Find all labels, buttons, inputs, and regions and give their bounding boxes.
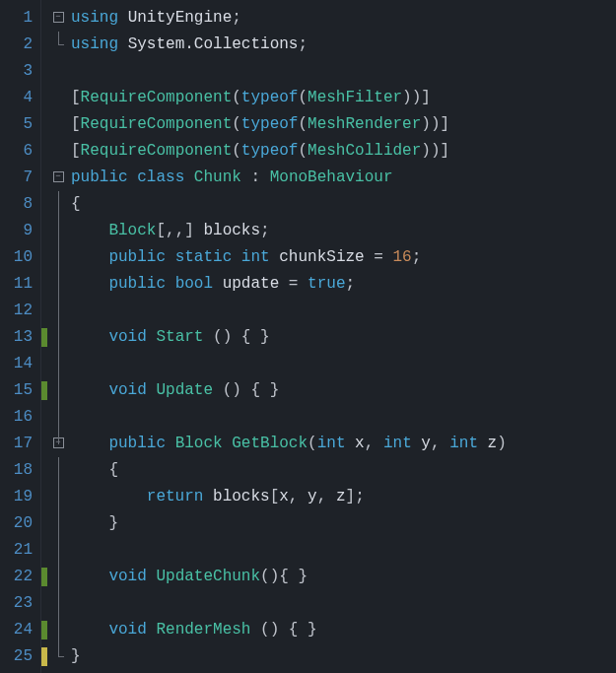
fold-collapse-icon[interactable]: − xyxy=(53,12,64,23)
code-line[interactable] xyxy=(71,404,616,431)
line-number: 8 xyxy=(4,191,33,218)
line-number: 11 xyxy=(4,271,33,298)
code-line[interactable]: void RenderMesh () { } xyxy=(71,617,616,643)
line-number: 19 xyxy=(4,484,33,510)
change-marker-icon xyxy=(41,621,47,639)
code-line[interactable]: public static int chunkSize = 16; xyxy=(71,244,616,271)
line-number: 24 xyxy=(4,617,33,643)
fold-collapse-icon[interactable]: − xyxy=(53,171,64,182)
line-number: 6 xyxy=(4,138,33,165)
line-number: 5 xyxy=(4,111,33,138)
change-marker-icon xyxy=(41,647,47,666)
code-line[interactable]: { xyxy=(71,191,616,218)
line-number: 4 xyxy=(4,85,33,111)
change-marker-icon xyxy=(41,381,47,400)
code-line[interactable]: public Block GetBlock(int x, int y, int … xyxy=(71,431,616,457)
line-number: 22 xyxy=(4,564,33,590)
code-line[interactable]: void Update () { } xyxy=(71,377,616,404)
line-number: 20 xyxy=(4,510,33,537)
line-number: 25 xyxy=(4,643,33,670)
code-area[interactable]: using UnityEngine; using System.Collecti… xyxy=(67,0,616,673)
code-line[interactable]: } xyxy=(71,643,616,670)
line-number: 9 xyxy=(4,218,33,244)
code-editor[interactable]: 1 2 3 4 5 6 7 8 9 10 11 12 13 14 15 16 1… xyxy=(0,0,616,673)
code-line[interactable] xyxy=(71,58,616,85)
code-line[interactable] xyxy=(71,351,616,377)
line-number: 7 xyxy=(4,165,33,191)
code-line[interactable]: public class Chunk : MonoBehaviour xyxy=(71,165,616,191)
code-line[interactable] xyxy=(71,590,616,617)
line-number: 15 xyxy=(4,377,33,404)
line-number-gutter: 1 2 3 4 5 6 7 8 9 10 11 12 13 14 15 16 1… xyxy=(0,0,41,673)
code-line[interactable]: Block[,,] blocks; xyxy=(71,218,616,244)
code-line[interactable]: public bool update = true; xyxy=(71,271,616,298)
change-marker-gutter xyxy=(41,0,49,673)
code-line[interactable]: [RequireComponent(typeof(MeshRenderer))] xyxy=(71,111,616,138)
code-line[interactable]: void UpdateChunk(){ } xyxy=(71,564,616,590)
code-line[interactable]: [RequireComponent(typeof(MeshFilter))] xyxy=(71,85,616,111)
code-line[interactable] xyxy=(71,298,616,324)
code-line[interactable]: return blocks[x, y, z]; xyxy=(71,484,616,510)
line-number: 18 xyxy=(4,457,33,484)
line-number: 2 xyxy=(4,32,33,58)
code-line[interactable]: using UnityEngine; xyxy=(71,5,616,32)
code-line[interactable]: [RequireComponent(typeof(MeshCollider))] xyxy=(71,138,616,165)
line-number: 21 xyxy=(4,537,33,564)
line-number: 12 xyxy=(4,298,33,324)
change-marker-icon xyxy=(41,568,47,586)
code-line[interactable]: using System.Collections; xyxy=(71,32,616,58)
line-number: 3 xyxy=(4,58,33,85)
code-line[interactable] xyxy=(71,537,616,564)
line-number: 16 xyxy=(4,404,33,431)
code-line[interactable]: { xyxy=(71,457,616,484)
line-number: 10 xyxy=(4,244,33,271)
code-line[interactable]: void Start () { } xyxy=(71,324,616,351)
line-number: 23 xyxy=(4,590,33,617)
line-number: 14 xyxy=(4,351,33,377)
line-number: 13 xyxy=(4,324,33,351)
fold-gutter: − − − xyxy=(49,0,67,673)
code-line[interactable]: } xyxy=(71,510,616,537)
change-marker-icon xyxy=(41,328,47,347)
line-number: 1 xyxy=(4,5,33,32)
line-number: 17 xyxy=(4,431,33,457)
